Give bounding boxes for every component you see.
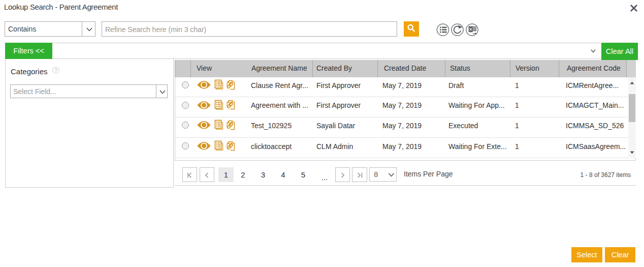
- svg-text:?: ?: [54, 67, 57, 73]
